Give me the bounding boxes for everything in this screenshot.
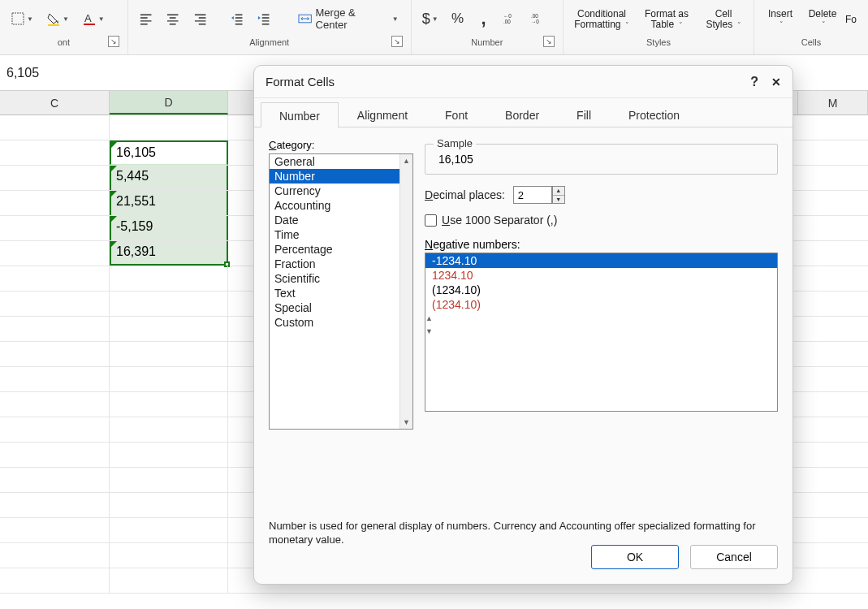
increase-decimal-button[interactable]: ←0.00 (499, 8, 522, 29)
alignment-dialog-launcher[interactable]: ↘ (391, 36, 403, 47)
cancel-button[interactable]: Cancel (690, 545, 778, 569)
svg-text:→0: →0 (531, 19, 539, 24)
spinner-up-icon[interactable]: ▲ (553, 187, 564, 196)
fill-color-button[interactable]: ▼ (42, 8, 73, 29)
ribbon: ▼ ▼ A ▼ ont ↘ Merge & Ce (0, 0, 868, 55)
category-item[interactable]: Scientific (270, 271, 412, 286)
format-cells-button-partial[interactable]: Fo (845, 13, 862, 25)
svg-rect-1 (48, 24, 59, 26)
cell-value: 5,445 (116, 169, 149, 183)
font-color-button[interactable]: A ▼ (78, 8, 109, 29)
tab-alignment[interactable]: Alignment (339, 102, 426, 127)
category-item[interactable]: Currency (270, 184, 412, 198)
scrollbar[interactable]: ▲ ▼ (399, 154, 412, 429)
chevron-down-icon: ▼ (392, 15, 399, 23)
chevron-down-icon: ▼ (432, 15, 438, 23)
decimal-spinner[interactable]: ▲ ▼ (552, 186, 565, 204)
negative-numbers-listbox[interactable]: -1234.101234.10(1234.10)(1234.10) ▲ ▼ (425, 253, 778, 412)
cell-d[interactable]: 21,551 (110, 191, 228, 215)
tab-font[interactable]: Font (426, 102, 486, 127)
svg-text:.00: .00 (503, 19, 511, 24)
negative-option-item[interactable]: (1234.10) (425, 283, 777, 297)
delete-cells-button[interactable]: Delete ˅ (801, 7, 844, 30)
scroll-down-icon[interactable]: ▼ (403, 416, 410, 429)
cell-d-first[interactable]: 16,105 (110, 140, 228, 165)
cell-value: 16,105 (116, 145, 156, 159)
ok-button[interactable]: OK (591, 545, 679, 569)
col-header-m[interactable]: M (798, 91, 868, 114)
category-item[interactable]: Accounting (270, 198, 412, 213)
formula-bar-value: 6,105 (6, 66, 39, 80)
category-item[interactable]: Special (270, 300, 412, 315)
insert-cells-button[interactable]: Insert ˅ (761, 7, 800, 30)
styles-group-label: Styles (646, 37, 671, 47)
insert-label: Insert (768, 9, 792, 19)
conditional-line2: Formatting (574, 19, 620, 30)
tab-protection[interactable]: Protection (610, 102, 698, 127)
format-cells-dialog: Format Cells ? ✕ Number Alignment Font B… (253, 65, 793, 585)
chevron-down-icon: ▼ (63, 15, 69, 23)
number-dialog-launcher[interactable]: ↘ (543, 36, 555, 47)
tab-number[interactable]: Number (261, 102, 339, 127)
category-item[interactable]: Date (270, 213, 412, 227)
conditional-formatting-button[interactable]: Conditional Formatting ˅ (570, 7, 633, 31)
alignment-group-label: Alignment (249, 37, 289, 47)
font-group-label: ont (58, 37, 70, 47)
format-as-table-button[interactable]: Format as Table ˅ (635, 7, 698, 31)
svg-rect-3 (84, 24, 95, 25)
decrease-decimal-button[interactable]: .00→0 (527, 8, 550, 29)
scroll-down-icon[interactable]: ▼ (425, 325, 777, 338)
decrease-indent-button[interactable] (226, 8, 248, 29)
cell-d[interactable]: 5,445 (110, 166, 228, 190)
category-item[interactable]: Fraction (270, 257, 412, 271)
cell-styles-line2: Styles (706, 19, 732, 30)
increase-indent-button[interactable] (253, 8, 274, 29)
scroll-up-icon[interactable]: ▲ (403, 154, 410, 167)
category-item[interactable]: General (270, 154, 412, 169)
align-center-button[interactable] (162, 8, 184, 29)
category-listbox[interactable]: GeneralNumberCurrencyAccountingDateTimeP… (269, 153, 413, 430)
font-dialog-launcher[interactable]: ↘ (108, 36, 119, 47)
svg-text:.00: .00 (531, 13, 538, 19)
svg-text:A: A (84, 12, 92, 24)
error-indicator-icon (111, 142, 117, 148)
scrollbar[interactable]: ▲ ▼ (425, 312, 777, 338)
category-item[interactable]: Percentage (270, 242, 412, 257)
negative-option-item[interactable]: 1234.10 (425, 268, 777, 283)
category-item[interactable]: Time (270, 227, 412, 242)
col-header-d[interactable]: D (110, 91, 228, 114)
thousands-separator-checkbox[interactable] (425, 214, 437, 227)
align-right-button[interactable] (189, 8, 211, 29)
chevron-down-icon: ▼ (98, 15, 105, 23)
decimal-places-input[interactable] (513, 186, 552, 204)
thousands-separator-label: Use 1000 Separator (,) (442, 214, 557, 227)
scroll-up-icon[interactable]: ▲ (425, 312, 777, 325)
merge-center-button[interactable]: Merge & Center ▼ (292, 8, 404, 29)
delete-label: Delete (809, 9, 837, 19)
help-icon[interactable]: ? (750, 75, 758, 89)
dialog-titlebar[interactable]: Format Cells ? ✕ (254, 66, 792, 98)
category-item[interactable]: Text (270, 286, 412, 300)
tab-fill[interactable]: Fill (558, 102, 610, 127)
close-icon[interactable]: ✕ (771, 76, 781, 89)
category-item[interactable]: Custom (270, 315, 412, 330)
format-label-partial: Fo (845, 15, 857, 25)
format-as-line2: Table (650, 19, 674, 30)
cell-value: -5,159 (116, 219, 153, 233)
negative-option-item[interactable]: (1234.10) (425, 297, 777, 312)
negative-option-item[interactable]: -1234.10 (425, 253, 777, 268)
tab-border[interactable]: Border (486, 102, 558, 127)
accounting-format-button[interactable]: $▼ (418, 8, 443, 29)
cell-styles-button[interactable]: Cell Styles ˅ (700, 7, 747, 31)
cell-d[interactable]: -5,159 (110, 216, 228, 240)
category-item[interactable]: Number (270, 169, 412, 184)
spinner-down-icon[interactable]: ▼ (553, 196, 564, 204)
sample-label: Sample (434, 137, 476, 149)
comma-format-button[interactable]: , (473, 8, 494, 29)
percent-format-button[interactable]: % (447, 8, 469, 29)
col-header-c[interactable]: C (0, 91, 110, 114)
cell-d-last[interactable]: 16,391 (110, 241, 228, 266)
dialog-tabs: Number Alignment Font Border Fill Protec… (254, 98, 792, 127)
align-left-button[interactable] (135, 8, 157, 29)
borders-button[interactable]: ▼ (6, 8, 37, 29)
